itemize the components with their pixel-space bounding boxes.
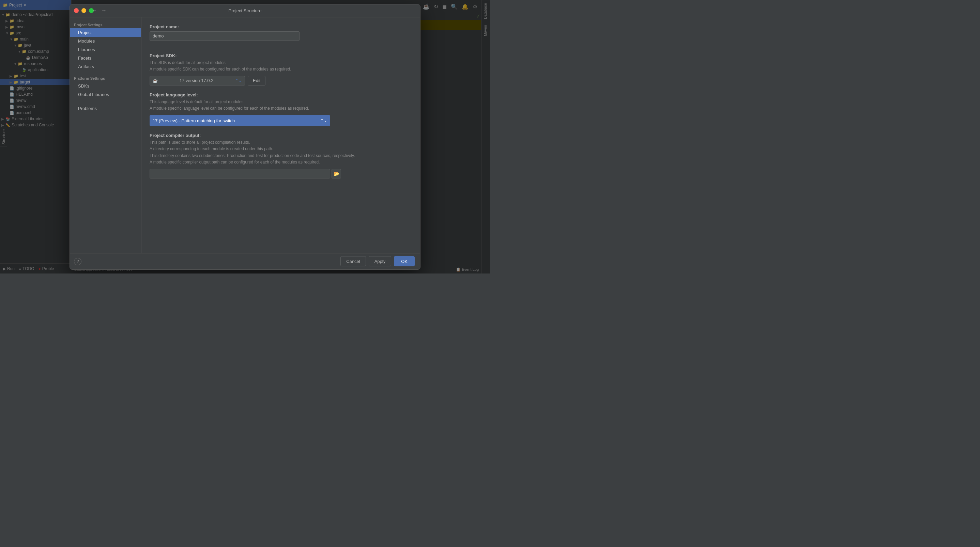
- dialog-title: Project Structure: [229, 8, 262, 13]
- project-sdk-label: Project SDK:: [150, 53, 412, 58]
- language-level-desc: This language level is default for all p…: [150, 99, 412, 112]
- platform-settings-label: Platform Settings: [70, 75, 141, 82]
- language-level-select[interactable]: 17 (Preview) - Pattern matching for swit…: [150, 115, 330, 126]
- compiler-output-desc: This path is used to store all project c…: [150, 139, 412, 165]
- sdk-icon: ☕: [153, 78, 158, 83]
- dialog-body: Project Settings Project Modules Librari…: [70, 17, 420, 253]
- select-arrows-icon: ⌃⌄: [235, 78, 242, 83]
- nav-item-facets[interactable]: Facets: [70, 54, 141, 62]
- modal-overlay: ← → Project Structure Project Settings P…: [0, 0, 490, 274]
- language-select-arrows-icon: ⌃⌄: [320, 118, 327, 123]
- cancel-button[interactable]: Cancel: [340, 256, 366, 266]
- forward-button[interactable]: →: [100, 7, 108, 14]
- language-level-value: 17 (Preview) - Pattern matching for swit…: [153, 118, 235, 123]
- language-level-label: Project language level:: [150, 92, 412, 97]
- dialog-titlebar: ← → Project Structure: [70, 5, 420, 17]
- language-level-section: Project language level: This language le…: [150, 92, 412, 126]
- edit-sdk-button[interactable]: Edit: [248, 76, 266, 86]
- sdk-value: 17 version 17.0.2: [180, 78, 214, 83]
- project-name-label: Project name:: [150, 24, 412, 29]
- dialog-content: Project name: Project SDK: This SDK is d…: [142, 17, 420, 253]
- ide-background: 📁 Project ▼ ▼ 📁 demo ~/IdeaProjects/d ▶ …: [0, 0, 490, 274]
- compiler-output-label: Project compiler output:: [150, 133, 412, 138]
- close-button[interactable]: [74, 8, 79, 13]
- minimize-button[interactable]: [81, 8, 86, 13]
- nav-item-modules[interactable]: Modules: [70, 37, 141, 45]
- nav-item-problems[interactable]: Problems: [70, 104, 141, 113]
- compiler-output-section: Project compiler output: This path is us…: [150, 133, 412, 178]
- browse-folder-button[interactable]: 📂: [332, 169, 341, 178]
- project-sdk-section: Project SDK: This SDK is default for all…: [150, 53, 412, 86]
- ok-button[interactable]: OK: [394, 256, 415, 266]
- nav-item-global-libraries[interactable]: Global Libraries: [70, 90, 141, 99]
- nav-item-project[interactable]: Project: [70, 28, 141, 37]
- dialog-navigation: ← →: [90, 7, 108, 14]
- sdk-select[interactable]: ☕ 17 version 17.0.2 ⌃⌄: [150, 76, 245, 86]
- sdk-row: ☕ 17 version 17.0.2 ⌃⌄ Edit: [150, 76, 412, 86]
- output-path-row: 📂: [150, 169, 412, 178]
- output-path-input[interactable]: [150, 169, 330, 178]
- project-name-section: Project name:: [150, 24, 412, 46]
- nav-item-libraries[interactable]: Libraries: [70, 45, 141, 54]
- help-button[interactable]: ?: [74, 258, 81, 266]
- project-structure-dialog: ← → Project Structure Project Settings P…: [70, 4, 420, 270]
- project-sdk-desc: This SDK is default for all project modu…: [150, 60, 412, 73]
- dialog-footer: ? Cancel Apply OK: [70, 253, 420, 269]
- folder-open-icon: 📂: [334, 171, 339, 177]
- nav-item-sdks[interactable]: SDKs: [70, 82, 141, 90]
- project-name-input[interactable]: [150, 31, 299, 41]
- dialog-nav-panel: Project Settings Project Modules Librari…: [70, 17, 142, 253]
- project-settings-label: Project Settings: [70, 21, 141, 28]
- nav-item-artifacts[interactable]: Artifacts: [70, 62, 141, 71]
- back-button[interactable]: ←: [90, 7, 99, 14]
- apply-button[interactable]: Apply: [369, 256, 391, 266]
